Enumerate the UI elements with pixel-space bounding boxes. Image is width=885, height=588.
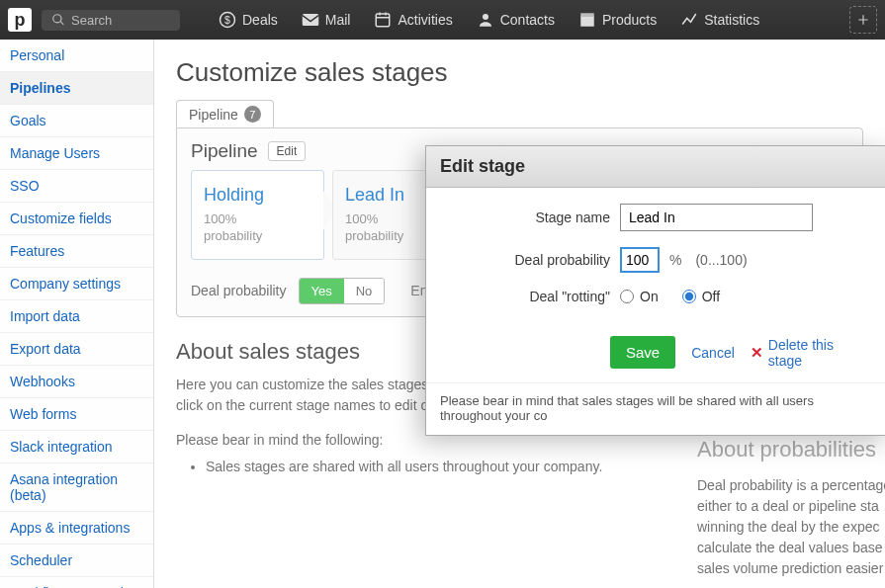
tab-label: Pipeline [189, 107, 238, 123]
sidebar-item-pipelines[interactable]: Pipelines [0, 72, 153, 105]
stage-sub: probability [204, 228, 311, 245]
topbar: p Search $ Deals Mail Activities Contact… [0, 0, 885, 40]
svg-rect-8 [580, 16, 594, 27]
nav-label: Activities [398, 12, 452, 28]
svg-text:$: $ [224, 14, 230, 26]
close-icon: ✕ [751, 344, 763, 362]
calendar-icon [374, 11, 392, 29]
deal-probability-row: Deal probability % (0...100) [444, 247, 871, 273]
stage-name-row: Stage name [444, 204, 871, 231]
stats-icon [680, 11, 698, 29]
percent-symbol: % [669, 252, 681, 268]
search-box[interactable]: Search [42, 10, 180, 31]
nav-label: Products [602, 12, 657, 28]
save-button[interactable]: Save [610, 336, 675, 369]
right-body: Deal probability is a percentage either … [697, 475, 885, 579]
off-label: Off [702, 289, 720, 304]
nav-label: Contacts [500, 12, 555, 28]
stage-card-holding[interactable]: Holding 100% probability [191, 170, 324, 260]
pipeline-name: Pipeline [191, 140, 258, 162]
rotting-off-option[interactable]: Off [682, 289, 720, 304]
delete-label: Delete this stage [768, 337, 871, 369]
tab-count-badge: 7 [244, 106, 261, 123]
cancel-link[interactable]: Cancel [691, 345, 735, 361]
sidebar-item-company-settings[interactable]: Company settings [0, 268, 153, 300]
dollar-icon: $ [219, 11, 236, 29]
sidebar-item-slack-integration[interactable]: Slack integration [0, 431, 153, 463]
nav-label: Mail [325, 12, 351, 28]
stage-pct: 100% [204, 211, 311, 228]
toggle-yes[interactable]: Yes [300, 279, 344, 303]
sidebar-item-export-data[interactable]: Export data [0, 333, 153, 366]
nav-mail[interactable]: Mail [293, 6, 360, 34]
sidebar-item-sso[interactable]: SSO [0, 170, 153, 203]
deal-rotting-row: Deal "rotting" On Off [444, 289, 871, 304]
sidebar-item-goals[interactable]: Goals [0, 105, 153, 137]
nav-label: Deals [242, 12, 278, 28]
page-title: Customize sales stages [176, 57, 863, 88]
sidebar-item-personal[interactable]: Personal [0, 40, 153, 72]
svg-rect-2 [303, 14, 319, 26]
box-icon [578, 11, 596, 29]
add-button[interactable] [849, 6, 877, 34]
modal-footnote: Please bear in mind that sales stages wi… [426, 382, 885, 435]
search-placeholder: Search [71, 13, 112, 28]
stage-name: Holding [204, 185, 311, 206]
sidebar-item-asana-integration-beta-[interactable]: Asana integration (beta) [0, 463, 153, 512]
nav-statistics[interactable]: Statistics [671, 5, 768, 35]
deal-probability-input[interactable] [620, 247, 660, 273]
sidebar-item-manage-users[interactable]: Manage Users [0, 137, 153, 170]
sidebar-item-import-data[interactable]: Import data [0, 300, 153, 333]
nav-contacts[interactable]: Contacts [468, 5, 564, 35]
deal-rotting-label: Deal "rotting" [444, 289, 610, 304]
stage-name-label: Stage name [444, 210, 610, 225]
delete-stage-link[interactable]: ✕ Delete this stage [751, 337, 871, 369]
search-icon [51, 13, 65, 27]
nav-products[interactable]: Products [570, 5, 665, 35]
sidebar-item-apps-integrations[interactable]: Apps & integrations [0, 512, 153, 545]
tabbar: Pipeline 7 [176, 100, 863, 127]
rotting-on-option[interactable]: On [620, 289, 659, 304]
nav-activities[interactable]: Activities [365, 5, 461, 35]
person-icon [477, 11, 494, 29]
plus-icon [856, 13, 870, 27]
mail-icon [302, 13, 319, 27]
sidebar-item-webhooks[interactable]: Webhooks [0, 366, 153, 398]
range-hint: (0...100) [695, 252, 747, 268]
stage-name-input[interactable] [620, 204, 813, 231]
sidebar-item-workflow-automation[interactable]: Workflow automation [0, 577, 153, 588]
svg-rect-3 [377, 14, 391, 27]
sidebar-item-web-forms[interactable]: Web forms [0, 398, 153, 431]
modal-title: Edit stage [426, 146, 885, 188]
edit-stage-modal: Edit stage Stage name Deal probability %… [425, 145, 885, 436]
nav-deals[interactable]: $ Deals [210, 5, 287, 35]
rotting-off-radio[interactable] [682, 290, 696, 303]
sidebar-item-customize-fields[interactable]: Customize fields [0, 203, 153, 235]
sidebar: PersonalPipelinesGoalsManage UsersSSOCus… [0, 40, 154, 588]
modal-actions: Save Cancel ✕ Delete this stage [426, 330, 885, 382]
sidebar-item-scheduler[interactable]: Scheduler [0, 545, 153, 577]
deal-probability-label: Deal probability [444, 252, 610, 268]
deal-probability-toggle[interactable]: Yes No [299, 278, 386, 304]
on-label: On [640, 289, 659, 304]
toggle-no[interactable]: No [344, 279, 385, 303]
svg-point-7 [483, 14, 488, 20]
nav-label: Statistics [704, 12, 759, 28]
about-probabilities-column: About probabilities Deal probability is … [697, 435, 885, 588]
rotting-on-radio[interactable] [620, 290, 634, 303]
about-probabilities-heading: About probabilities [697, 435, 885, 465]
app-logo[interactable]: p [8, 8, 32, 32]
modal-body: Stage name Deal probability % (0...100) … [426, 188, 885, 330]
sidebar-item-features[interactable]: Features [0, 235, 153, 268]
deal-probability-label: Deal probability [191, 283, 287, 298]
edit-pipeline-button[interactable]: Edit [268, 141, 307, 161]
tab-pipeline[interactable]: Pipeline 7 [176, 100, 274, 127]
svg-rect-9 [580, 13, 594, 17]
